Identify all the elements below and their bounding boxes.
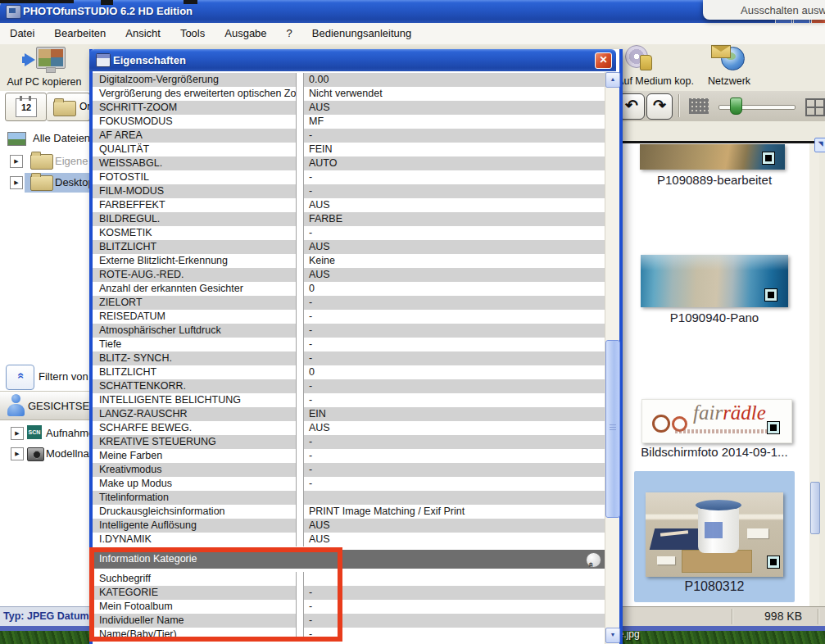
checkbox-icon[interactable]: [764, 288, 777, 302]
property-label: Kreativmodus: [93, 463, 296, 477]
panel-scrollbar[interactable]: [809, 143, 819, 606]
property-row[interactable]: QUALITÄTFEIN: [93, 143, 613, 156]
thumbnail-label[interactable]: P1090889-bearbeitet: [632, 173, 796, 187]
property-row[interactable]: Make up Modus-: [93, 477, 613, 491]
thumbnail-grid-icon[interactable]: [689, 98, 709, 114]
property-row[interactable]: KOSMETIK-: [93, 226, 613, 240]
dialog-scrollbar-thumb[interactable]: [605, 340, 620, 518]
property-row[interactable]: BLITZLICHT0: [93, 365, 613, 379]
property-row[interactable]: SCHATTENKORR.-: [93, 379, 613, 393]
property-label: FARBEFFEKT: [93, 198, 296, 212]
property-row[interactable]: Intelligente AuflösungAUS: [93, 519, 613, 533]
panel-scroll-button[interactable]: ◥: [814, 138, 825, 152]
property-value: AUS: [304, 101, 613, 115]
checkbox-icon[interactable]: [767, 421, 780, 434]
property-row[interactable]: FOKUSMODUSMF: [93, 115, 613, 129]
sidebar-item-eigene-dateien[interactable]: ▶ Eigene D: [0, 152, 89, 171]
column-divider: [296, 310, 304, 324]
property-value: AUTO: [304, 156, 613, 170]
property-row[interactable]: Kreativmodus-: [93, 463, 613, 477]
sidebar-item-modellname[interactable]: ▶ Modellnam: [0, 444, 89, 464]
menu-item-ansicht[interactable]: Ansicht: [116, 27, 170, 39]
property-row[interactable]: FILM-MODUS-: [93, 184, 613, 198]
zoom-slider-thumb[interactable]: [730, 98, 742, 115]
sidebar-item-desktop[interactable]: ▶ Desktop: [0, 173, 89, 193]
expand-arrow-icon[interactable]: ▶: [10, 155, 23, 168]
dialog-title-bar[interactable]: Eigenschaften ✕: [89, 49, 616, 71]
property-row[interactable]: ROTE-AUG.-RED.AUS: [93, 268, 613, 282]
property-row[interactable]: Titelinformation: [93, 491, 613, 505]
copy-to-pc-button[interactable]: Auf PC kopieren: [0, 44, 88, 90]
collapse-section-button[interactable]: «: [586, 552, 601, 568]
property-row[interactable]: REISEDATUM-: [93, 310, 613, 324]
scn-icon: SCN: [27, 425, 42, 439]
photo-detail: [705, 522, 723, 538]
expand-arrow-icon[interactable]: ▶: [10, 176, 23, 189]
large-grid-icon[interactable]: [805, 98, 825, 116]
property-row[interactable]: LANGZ-RAUSCHREIN: [93, 407, 613, 421]
folder-icon: [30, 154, 53, 170]
calendar-view-tab[interactable]: 12: [5, 93, 47, 121]
property-row[interactable]: FOTOSTIL-: [93, 170, 613, 184]
menu-item-bearbeiten[interactable]: Bearbeiten: [44, 27, 116, 39]
app-title-bar[interactable]: PHOTOfunSTUDIO 6.2 HD Edition: [0, 0, 825, 23]
property-value: FEIN: [304, 143, 613, 156]
menu-item-tools[interactable]: Tools: [170, 27, 215, 39]
face-recognition-section[interactable]: GESICHTSER: [0, 391, 89, 420]
checkbox-icon[interactable]: [762, 152, 775, 165]
dialog-scrollbar[interactable]: ▲ ▼: [605, 72, 619, 644]
folder-view-tab[interactable]: Ord: [47, 93, 89, 121]
scroll-down-icon[interactable]: ▼: [605, 628, 620, 643]
menu-item-ausgabe[interactable]: Ausgabe: [215, 27, 276, 39]
thumbnail-label[interactable]: P1090940-Pano: [632, 311, 796, 324]
scroll-up-icon[interactable]: ▲: [605, 72, 620, 88]
column-divider: [296, 533, 304, 546]
property-row[interactable]: BLITZ- SYNCH.-: [93, 351, 613, 365]
property-row[interactable]: Externe Blitzlicht-ErkennungKeine: [93, 254, 613, 268]
property-label: Intelligente Auflösung: [93, 519, 296, 533]
property-row[interactable]: Vergrößerung des erweiterten optischen Z…: [93, 87, 613, 101]
menu-item-bedienungsanleitung[interactable]: Bedienungsanleitung: [302, 27, 421, 39]
sidebar-item-alle-dateien[interactable]: Alle Dateien: [0, 129, 89, 148]
thumbnail-label[interactable]: Bildschirmfoto 2014-09-1...: [624, 445, 805, 459]
column-divider: [296, 519, 304, 533]
dialog-close-button[interactable]: ✕: [595, 52, 612, 69]
property-row[interactable]: INTELLIGENTE BELICHTUNG-: [93, 393, 613, 407]
property-row[interactable]: KREATIVE STEUERUNG-: [93, 435, 613, 449]
property-row[interactable]: Digitalzoom-Vergrößerung0.00: [93, 73, 613, 87]
copy-to-medium-button[interactable]: Auf Medium kop.: [610, 44, 700, 90]
sidebar-item-aufnahme[interactable]: ▶ SCN Aufnahme: [0, 424, 89, 443]
property-row[interactable]: Anzahl der erkannten Gesichter0: [93, 282, 613, 296]
column-divider: [296, 129, 304, 143]
panel-scrollbar-thumb[interactable]: [810, 482, 820, 534]
property-row[interactable]: I.DYNAMIKAUS: [93, 533, 613, 546]
rotate-right-button[interactable]: ↷: [646, 93, 673, 120]
menu-item-datei[interactable]: Datei: [0, 27, 44, 39]
property-row[interactable]: FARBEFFEKTAUS: [93, 198, 613, 212]
property-row[interactable]: SCHARFE BEWEG.AUS: [93, 421, 613, 435]
property-row[interactable]: BILDREGUL.FARBE: [93, 212, 613, 226]
filter-images-button[interactable]: »: [6, 365, 34, 390]
expand-arrow-icon[interactable]: ▶: [11, 447, 24, 460]
property-row[interactable]: DruckausgleichsinformationPRINT Image Ma…: [93, 505, 613, 519]
dialog-icon: [96, 53, 111, 67]
shutdown-overlay[interactable]: Ausschalten auswe: [703, 0, 825, 20]
property-row[interactable]: AF AREA-: [93, 129, 613, 143]
property-row[interactable]: Atmosphärischer Luftdruck-: [93, 324, 613, 338]
property-table: Digitalzoom-Vergrößerung0.00Vergrößerung…: [93, 73, 613, 546]
shutdown-overlay-label: Ausschalten auswe: [741, 4, 825, 16]
property-row[interactable]: BLITZLICHTAUS: [93, 240, 613, 254]
property-row[interactable]: Meine Farben-: [93, 449, 613, 463]
property-row[interactable]: Tiefe-: [93, 338, 613, 351]
property-row[interactable]: ZIELORT-: [93, 296, 613, 310]
property-label: AF AREA: [93, 129, 296, 143]
property-row[interactable]: SCHRITT-ZOOMAUS: [93, 101, 613, 115]
checkbox-icon[interactable]: [767, 556, 780, 569]
network-button[interactable]: Netzwerk: [703, 44, 755, 90]
column-divider: [296, 407, 304, 421]
property-row[interactable]: WEISSABGL.AUTO: [93, 156, 613, 170]
expand-arrow-icon[interactable]: ▶: [11, 427, 24, 440]
menu-item-?[interactable]: ?: [277, 27, 302, 39]
thumbnail-image-p1080312[interactable]: [646, 492, 783, 577]
thumbnail-label[interactable]: P1080312: [632, 579, 796, 594]
